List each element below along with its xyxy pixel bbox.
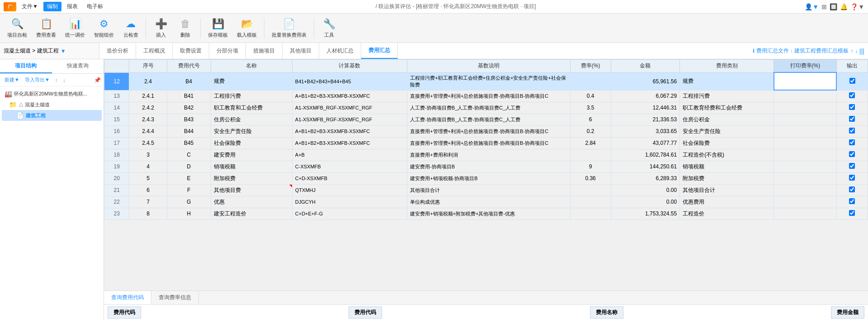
row-rate-4[interactable]: 0.2 (570, 125, 611, 137)
row-name-0[interactable]: 规费 (211, 72, 292, 90)
row-print-rate-5[interactable] (774, 137, 837, 149)
tree-item-project[interactable]: 🏭 怀化高新区20MW生物质热电联... (2, 88, 102, 99)
price-adjust-button[interactable]: 📊 统一调价 (61, 16, 89, 41)
row-print-rate-2[interactable] (774, 102, 837, 114)
row-rate-2[interactable]: 3.5 (570, 102, 611, 114)
row-base-3[interactable]: A1-XSXMFB_RGF-XSXMFC_RGF (292, 114, 407, 125)
row-seq-7[interactable]: 4 (129, 161, 167, 172)
row-base-4[interactable]: A+B1+B2+B3-XSXMFB-XSXMFC (292, 125, 407, 137)
menu-edit[interactable]: 编制 (43, 2, 61, 11)
row-rate-10[interactable] (570, 196, 611, 208)
row-rate-0[interactable] (570, 72, 611, 90)
row-name-10[interactable]: 优惠 (211, 196, 292, 208)
row-print-rate-7[interactable] (774, 161, 837, 172)
row-base-1[interactable]: A+B1+B2+B3-XSXMFB-XSXMFC (292, 90, 407, 102)
row-base-11[interactable]: C+D+E+F-G (292, 208, 407, 220)
row-seq-1[interactable]: 2.4.1 (129, 90, 167, 102)
left-tab-structure[interactable]: 项目结构 (0, 59, 52, 73)
row-name-4[interactable]: 安全生产责任险 (211, 125, 292, 137)
menu-report[interactable]: 报表 (63, 2, 81, 11)
import-export-button[interactable]: 导入导出▼ (23, 76, 52, 84)
row-print-rate-9[interactable] (774, 184, 837, 196)
row-base-6[interactable]: A+B (292, 149, 407, 161)
row-code-7[interactable]: D (167, 161, 211, 172)
delete-button[interactable]: 🗑 删除 (174, 16, 197, 41)
row-print-rate-3[interactable] (774, 114, 837, 125)
row-seq-4[interactable]: 2.4.4 (129, 125, 167, 137)
nav-columns-icon[interactable]: ||| (859, 48, 864, 55)
tree-item-duct[interactable]: 📁 △ 混凝土烟道 (2, 99, 102, 110)
row-name-7[interactable]: 销项税额 (211, 161, 292, 172)
row-rate-11[interactable] (570, 208, 611, 220)
row-print-rate-1[interactable] (774, 90, 837, 102)
row-seq-3[interactable]: 2.4.3 (129, 114, 167, 125)
row-base-2[interactable]: A1-XSXMFB_RGF-XSXMFC_RGF (292, 102, 407, 114)
project-check-button[interactable]: 🔍 项目自检 (4, 16, 31, 41)
batch-replace-button[interactable]: 📄 批量替换费用表 (268, 16, 310, 41)
tab-fee-settings[interactable]: 取费设置 (173, 43, 209, 59)
row-output-1[interactable] (836, 90, 868, 102)
row-code-8[interactable]: E (167, 172, 211, 184)
smart-price-button[interactable]: ⚙ 智能组价 (90, 16, 118, 41)
fee-view-button[interactable]: 📋 费用查看 (33, 16, 60, 41)
move-down-button[interactable]: ↓ (61, 76, 67, 84)
tab-project-overview[interactable]: 工程概况 (136, 43, 173, 59)
bell-icon[interactable]: 🔔 (840, 3, 848, 10)
row-output-0[interactable] (836, 72, 868, 90)
row-base-7[interactable]: C-XSXMFB (292, 161, 407, 172)
row-output-11[interactable] (836, 208, 868, 220)
save-template-button[interactable]: 💾 保存模板 (204, 16, 231, 41)
row-name-11[interactable]: 建安工程造价 (211, 208, 292, 220)
row-seq-9[interactable]: 6 (129, 184, 167, 196)
row-seq-11[interactable]: 8 (129, 208, 167, 220)
row-output-8[interactable] (836, 172, 868, 184)
row-output-6[interactable] (836, 149, 868, 161)
row-code-11[interactable]: H (167, 208, 211, 220)
tab-measures[interactable]: 措施项目 (246, 43, 283, 59)
row-code-3[interactable]: B43 (167, 114, 211, 125)
menu-file[interactable]: 文件▼ (18, 2, 42, 11)
row-output-10[interactable] (836, 196, 868, 208)
row-code-5[interactable]: B45 (167, 137, 211, 149)
row-code-1[interactable]: B41 (167, 90, 211, 102)
row-rate-8[interactable]: 0.36 (570, 172, 611, 184)
row-print-rate-4[interactable] (774, 125, 837, 137)
row-code-6[interactable]: C (167, 149, 211, 161)
row-print-rate-0[interactable] (774, 72, 837, 90)
nav-down-icon[interactable]: ↓ (855, 48, 858, 54)
row-rate-3[interactable]: 6 (570, 114, 611, 125)
tab-cost-analysis[interactable]: 造价分析 (99, 43, 136, 59)
user-icon[interactable]: 👤▼ (805, 3, 819, 10)
row-print-rate-10[interactable] (774, 196, 837, 208)
nav-up-icon[interactable]: ↑ (850, 48, 853, 54)
row-name-5[interactable]: 社会保险费 (211, 137, 292, 149)
breadcrumb-dropdown-icon[interactable]: ▼ (61, 48, 66, 54)
help-icon[interactable]: ❓▼ (850, 3, 864, 10)
row-print-rate-8[interactable] (774, 172, 837, 184)
row-base-0[interactable]: B41+B42+B43+B44+B45 (292, 72, 407, 90)
row-code-9[interactable]: F (167, 184, 211, 196)
row-rate-5[interactable]: 2.84 (570, 137, 611, 149)
tools-button[interactable]: 🔧 工具 (318, 16, 340, 41)
breadcrumb[interactable]: 混凝土烟道 > 建筑工程 ▼ (0, 43, 99, 59)
row-output-4[interactable] (836, 125, 868, 137)
row-output-5[interactable] (836, 137, 868, 149)
row-seq-8[interactable]: 5 (129, 172, 167, 184)
row-rate-1[interactable]: 0.4 (570, 90, 611, 102)
tab-fee-summary[interactable]: 费用汇总 (361, 43, 398, 59)
row-base-5[interactable]: A+B1+B2+B3-XSXMFB-XSXMFC (292, 137, 407, 149)
new-button[interactable]: 新建▼ (3, 76, 21, 84)
tab-other-items[interactable]: 其他项目 (283, 43, 319, 59)
row-print-rate-11[interactable] (774, 208, 837, 220)
row-code-4[interactable]: B44 (167, 125, 211, 137)
row-output-7[interactable] (836, 161, 868, 172)
tab-sub-items[interactable]: 分部分项 (209, 43, 246, 59)
row-seq-2[interactable]: 2.4.2 (129, 102, 167, 114)
pin-icon[interactable]: 📌 (94, 77, 101, 83)
row-code-10[interactable]: G (167, 196, 211, 208)
tab-materials-summary[interactable]: 人材机汇总 (319, 43, 361, 59)
row-name-9[interactable]: 其他项目费 (211, 184, 292, 196)
load-template-button[interactable]: 📂 载入模板 (233, 16, 260, 41)
row-seq-10[interactable]: 7 (129, 196, 167, 208)
row-rate-7[interactable]: 9 (570, 161, 611, 172)
